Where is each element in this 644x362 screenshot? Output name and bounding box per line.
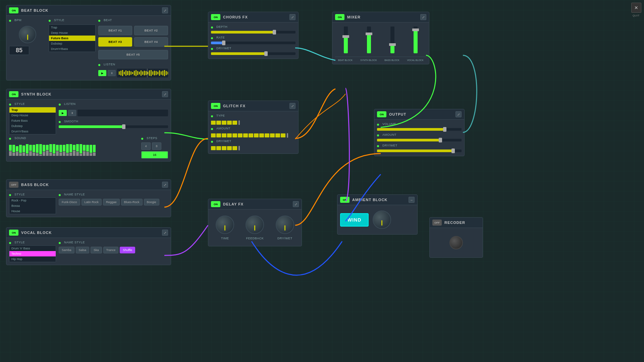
synth-pause-btn[interactable]: ⏸ bbox=[68, 110, 76, 116]
vocal-name-trance[interactable]: Trance bbox=[103, 247, 119, 253]
vocal-block-on-btn[interactable]: ON bbox=[9, 230, 18, 236]
vocal-name-samba[interactable]: Samba bbox=[59, 247, 74, 253]
mixer-fader-synth[interactable] bbox=[367, 26, 371, 53]
vocal-name-ska[interactable]: Ska bbox=[91, 247, 102, 253]
chorus-rate-slider[interactable] bbox=[211, 42, 296, 44]
delay-fx-header: ON DELAY FX ⤢ bbox=[208, 199, 302, 209]
delay-expand[interactable]: ⤢ bbox=[293, 201, 299, 207]
vocal-style-drumnbass[interactable]: Drum 'n' Bass bbox=[9, 246, 56, 251]
delay-time-knob[interactable] bbox=[216, 216, 234, 234]
chorus-on-btn[interactable]: ON bbox=[211, 14, 220, 20]
chorus-expand[interactable]: ⤢ bbox=[289, 14, 296, 20]
steps-16[interactable]: 16 bbox=[141, 151, 168, 159]
sound-section: SOUND bbox=[9, 136, 139, 156]
beat-block-expand[interactable]: ⤢ bbox=[162, 7, 168, 13]
mixer-ch-bass bbox=[390, 26, 394, 53]
beat-style-list: Trap Deep House Future Bass Dubstep Drum… bbox=[49, 24, 96, 52]
steps-4[interactable]: 4 bbox=[141, 142, 151, 150]
mixer-fader-bass[interactable] bbox=[390, 26, 394, 53]
mixer-on-btn[interactable]: ON bbox=[335, 14, 344, 20]
vocal-style-hiphop[interactable]: Hip Hop bbox=[9, 256, 56, 262]
ambient-knob[interactable] bbox=[373, 210, 391, 229]
vocal-name-shuffle[interactable]: Shuffle bbox=[120, 247, 135, 253]
vocal-expand[interactable]: ⤢ bbox=[162, 230, 168, 236]
vocal-name-salsa[interactable]: Salsa bbox=[76, 247, 90, 253]
bass-style-bossa[interactable]: Bossa bbox=[9, 203, 56, 208]
mixer-panel: ON MIXER ⤢ bbox=[332, 12, 429, 64]
style-trap[interactable]: Trap bbox=[49, 25, 95, 30]
play-btn[interactable]: ▶ bbox=[98, 70, 106, 76]
recoder-knob[interactable] bbox=[449, 236, 463, 249]
steps-8[interactable]: 8 bbox=[152, 142, 161, 150]
synth-style-dubstep[interactable]: Dubstep bbox=[9, 123, 56, 129]
beat-btn-2[interactable]: BEAT #2 bbox=[134, 26, 168, 35]
glitch-amount-bar[interactable] bbox=[211, 133, 296, 138]
ambient-expand[interactable]: – bbox=[409, 197, 415, 203]
output-amount-slider[interactable] bbox=[377, 139, 462, 141]
close-btn[interactable]: ✕ bbox=[631, 3, 641, 13]
style-futurebass[interactable]: Future Bass bbox=[49, 36, 95, 41]
smooth-slider[interactable] bbox=[59, 125, 168, 128]
ambient-content: WIND bbox=[337, 205, 417, 234]
pause-btn[interactable]: ⏸ bbox=[108, 70, 116, 76]
delay-feedback-section: FEEDBACK bbox=[246, 216, 264, 240]
delay-feedback-knob[interactable] bbox=[246, 216, 264, 234]
beat-btn-4[interactable]: BEAT #4 bbox=[134, 37, 168, 47]
synth-style-drumnbass[interactable]: Drum'n'Bass bbox=[9, 129, 56, 134]
output-drywet-slider[interactable] bbox=[377, 149, 462, 152]
style-dubstep[interactable]: Dubstep bbox=[49, 41, 95, 46]
beat-btn-1[interactable]: BEAT #1 bbox=[98, 26, 132, 35]
bass-style-house[interactable]: House bbox=[9, 208, 56, 214]
name-blues-rock[interactable]: Blues-Rock bbox=[121, 199, 143, 205]
smooth-section: SMOOTH bbox=[59, 120, 168, 129]
ambient-on-btn[interactable]: ON bbox=[340, 197, 350, 203]
synth-style-futurebass[interactable]: Future Bass bbox=[9, 118, 56, 123]
beat-block-on-btn[interactable]: ON bbox=[9, 7, 18, 13]
recoder-on-btn[interactable]: OFF bbox=[432, 220, 442, 226]
bpm-section: BPM 85 bbox=[9, 18, 46, 55]
bass-style-rockpop[interactable]: Rock - Pop bbox=[9, 198, 56, 203]
beat-btn-3[interactable]: BEAT #3 bbox=[98, 37, 132, 47]
name-reggae[interactable]: Reggae bbox=[103, 199, 120, 205]
wind-btn[interactable]: WIND bbox=[340, 213, 369, 227]
synth-style-deephouse[interactable]: Deep House bbox=[9, 113, 56, 118]
chorus-depth-slider[interactable] bbox=[211, 31, 296, 34]
synth-play-btn[interactable]: ▶ bbox=[59, 110, 67, 116]
glitch-drywet-bar[interactable] bbox=[211, 145, 296, 151]
mixer-ch-beat bbox=[344, 26, 348, 53]
output-volume-slider[interactable] bbox=[377, 128, 462, 131]
svg-rect-13 bbox=[139, 72, 140, 74]
name-latin-rock[interactable]: Latin Rock bbox=[82, 199, 102, 205]
output-expand[interactable]: ⤢ bbox=[455, 111, 462, 117]
style-drumnbass[interactable]: Drum'n'Bass bbox=[49, 46, 95, 52]
synth-block-on-btn[interactable]: ON bbox=[9, 91, 18, 97]
name-boogie[interactable]: Boogie bbox=[144, 199, 159, 205]
output-content: VOLUME AMOUNT DRY/WET bbox=[374, 120, 464, 156]
delay-on-btn[interactable]: ON bbox=[211, 201, 220, 207]
mixer-fader-vocal[interactable] bbox=[414, 26, 418, 53]
sound-bars bbox=[9, 142, 139, 156]
ambient-title: AMBIENT BLOCK bbox=[352, 198, 409, 202]
svg-rect-24 bbox=[157, 72, 158, 74]
style-deephouse[interactable]: Deep House bbox=[49, 30, 95, 36]
glitch-on-btn[interactable]: ON bbox=[211, 103, 220, 109]
glitch-fx-panel: ON GLITCH FX ⤢ TYPE AMOUNT bbox=[208, 101, 299, 154]
svg-rect-20 bbox=[151, 70, 152, 76]
bass-block-on-btn[interactable]: OFF bbox=[9, 182, 18, 188]
bpm-knob[interactable] bbox=[19, 26, 36, 43]
beat-btn-5[interactable]: BEAT #5 bbox=[98, 50, 168, 59]
glitch-expand[interactable]: ⤢ bbox=[289, 103, 296, 109]
svg-rect-12 bbox=[137, 71, 138, 75]
mixer-fader-beat[interactable] bbox=[344, 26, 348, 53]
synth-expand[interactable]: ⤢ bbox=[162, 91, 168, 97]
name-funk-disco[interactable]: Funk-Disco bbox=[59, 199, 80, 205]
glitch-type-bar[interactable] bbox=[211, 120, 296, 125]
synth-style-trap[interactable]: Trap bbox=[9, 107, 56, 113]
synth-block-panel: ON SYNTH BLOCK ⤢ STYLE Trap Deep House F… bbox=[6, 89, 171, 162]
bass-expand[interactable]: ⤢ bbox=[162, 182, 168, 188]
vocal-style-techno[interactable]: Techno bbox=[9, 251, 56, 256]
mixer-expand[interactable]: ⤢ bbox=[420, 14, 426, 20]
delay-drywet-knob[interactable] bbox=[276, 216, 294, 234]
chorus-drywet-slider[interactable] bbox=[211, 52, 296, 55]
output-on-btn[interactable]: ON bbox=[377, 111, 386, 117]
